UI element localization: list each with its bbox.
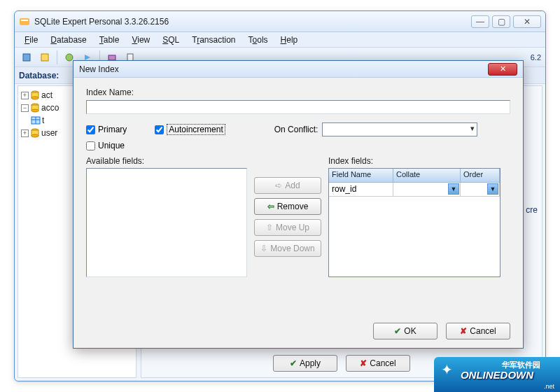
panel-cancel-button[interactable]: ✘Cancel bbox=[346, 355, 410, 372]
move-up-label: Move Up bbox=[276, 223, 309, 232]
expand-icon[interactable]: + bbox=[21, 130, 29, 137]
watermark-en: ONLINEDOWN bbox=[461, 369, 533, 381]
add-button[interactable]: ➪Add bbox=[254, 177, 321, 194]
cell-collate[interactable]: ▼ bbox=[393, 183, 461, 197]
unique-checkbox[interactable]: Unique bbox=[86, 141, 510, 150]
watermark-suffix: .net bbox=[544, 383, 554, 390]
main-titlebar[interactable]: SQLite Expert Personal 3.3.26.2156 — ▢ ✕ bbox=[15, 11, 545, 32]
available-fields-list[interactable] bbox=[86, 168, 247, 277]
index-name-label: Index Name: bbox=[86, 88, 510, 97]
menu-database[interactable]: Database bbox=[45, 34, 92, 46]
tree-label: act bbox=[41, 90, 52, 100]
unique-label: Unique bbox=[98, 141, 125, 150]
svg-marker-5 bbox=[85, 55, 90, 60]
expand-icon[interactable]: + bbox=[21, 92, 29, 99]
header-field-name[interactable]: Field Name bbox=[329, 169, 393, 183]
svg-rect-6 bbox=[108, 55, 115, 60]
unique-check-input[interactable] bbox=[86, 141, 95, 150]
menu-view[interactable]: View bbox=[126, 34, 155, 46]
app-icon bbox=[19, 16, 30, 27]
watermark-cn: 华军软件园 bbox=[502, 360, 540, 370]
on-conflict-select[interactable] bbox=[322, 122, 477, 136]
apply-label: Apply bbox=[300, 358, 321, 368]
arrow-up-icon: ⇧ bbox=[266, 223, 273, 232]
svg-rect-7 bbox=[127, 54, 133, 61]
primary-check-input[interactable] bbox=[86, 125, 95, 134]
toolbar-button[interactable] bbox=[19, 50, 34, 65]
svg-point-19 bbox=[31, 134, 38, 137]
grid-row[interactable]: row_id ▼ ▼ bbox=[329, 183, 500, 197]
menu-sql[interactable]: SQL bbox=[157, 34, 185, 46]
remove-button[interactable]: ⇦Remove bbox=[254, 198, 321, 215]
move-down-label: Move Down bbox=[270, 244, 314, 253]
header-order[interactable]: Order bbox=[461, 169, 500, 183]
svg-rect-2 bbox=[23, 54, 30, 61]
minimize-button[interactable]: — bbox=[471, 15, 489, 28]
svg-point-4 bbox=[66, 54, 73, 61]
menu-help[interactable]: Help bbox=[275, 34, 304, 46]
dialog-titlebar[interactable]: New Index ✕ bbox=[74, 61, 523, 78]
database-icon bbox=[30, 90, 40, 100]
move-up-button[interactable]: ⇧Move Up bbox=[254, 219, 321, 236]
menu-file[interactable]: File bbox=[19, 34, 43, 46]
table-icon bbox=[31, 115, 41, 125]
main-title-text: SQLite Expert Personal 3.3.26.2156 bbox=[34, 17, 471, 27]
new-index-dialog: New Index ✕ Index Name: Primary Autoincr… bbox=[73, 60, 524, 349]
check-icon: ✔ bbox=[290, 358, 297, 368]
menu-transaction[interactable]: Transaction bbox=[186, 34, 241, 46]
database-icon bbox=[30, 103, 40, 113]
svg-rect-1 bbox=[21, 20, 28, 21]
autoincrement-checkbox[interactable]: Autoincrement bbox=[155, 124, 225, 135]
svg-point-10 bbox=[31, 97, 38, 99]
version-tag: 6.2 bbox=[531, 53, 541, 62]
arrow-right-icon: ➪ bbox=[275, 181, 282, 190]
cell-order[interactable]: ▼ bbox=[461, 183, 500, 197]
primary-label: Primary bbox=[98, 125, 127, 134]
header-collate[interactable]: Collate bbox=[393, 169, 461, 183]
menu-bar: File Database Table View SQL Transaction… bbox=[15, 32, 545, 48]
available-fields-label: Available fields: bbox=[86, 156, 247, 166]
index-fields-grid[interactable]: Field Name Collate Order row_id ▼ ▼ bbox=[328, 168, 500, 277]
tree-label: t bbox=[42, 115, 44, 125]
grid-header-row: Field Name Collate Order bbox=[329, 169, 500, 183]
cre-fragment: cre bbox=[526, 205, 538, 215]
svg-rect-3 bbox=[41, 54, 48, 61]
cancel-label: Cancel bbox=[370, 358, 396, 368]
star-icon: ✦ bbox=[441, 361, 453, 378]
cell-field-name[interactable]: row_id bbox=[329, 183, 393, 197]
toolbar-separator bbox=[57, 50, 57, 64]
svg-rect-0 bbox=[20, 18, 29, 25]
x-icon: ✘ bbox=[360, 358, 367, 368]
watermark-badge: ✦ 华军软件园 ONLINEDOWN .net bbox=[434, 357, 560, 392]
remove-label: Remove bbox=[277, 202, 309, 211]
index-fields-label: Index fields: bbox=[328, 156, 510, 166]
tree-label: acco bbox=[41, 103, 59, 113]
svg-point-13 bbox=[31, 109, 38, 112]
menu-tools[interactable]: Tools bbox=[243, 34, 274, 46]
dialog-title-text: New Index bbox=[79, 64, 488, 74]
autoincrement-check-input[interactable] bbox=[155, 125, 164, 134]
cancel-button[interactable]: ✘Cancel bbox=[446, 323, 510, 340]
x-icon: ✘ bbox=[460, 326, 467, 336]
apply-button[interactable]: ✔Apply bbox=[273, 355, 337, 372]
autoincrement-label: Autoincrement bbox=[167, 124, 225, 135]
arrow-down-icon: ⇩ bbox=[260, 244, 267, 253]
database-label: Database: bbox=[19, 71, 59, 80]
index-name-input[interactable] bbox=[86, 100, 510, 114]
maximize-button[interactable]: ▢ bbox=[492, 15, 510, 28]
primary-checkbox[interactable]: Primary bbox=[86, 125, 127, 134]
menu-table[interactable]: Table bbox=[94, 34, 125, 46]
toolbar-button[interactable] bbox=[37, 50, 52, 65]
dropdown-icon[interactable]: ▼ bbox=[487, 183, 498, 195]
main-close-button[interactable]: ✕ bbox=[513, 15, 541, 28]
move-down-button[interactable]: ⇩Move Down bbox=[254, 240, 321, 257]
dialog-close-button[interactable]: ✕ bbox=[488, 63, 517, 76]
database-icon bbox=[30, 128, 40, 138]
on-conflict-label: On Conflict: bbox=[274, 125, 318, 134]
dropdown-icon[interactable]: ▼ bbox=[448, 183, 459, 195]
ok-button[interactable]: ✔OK bbox=[373, 323, 438, 340]
collapse-icon[interactable]: − bbox=[21, 104, 29, 112]
arrow-left-icon: ⇦ bbox=[267, 202, 274, 211]
ok-label: OK bbox=[404, 326, 416, 336]
check-icon: ✔ bbox=[394, 326, 401, 336]
